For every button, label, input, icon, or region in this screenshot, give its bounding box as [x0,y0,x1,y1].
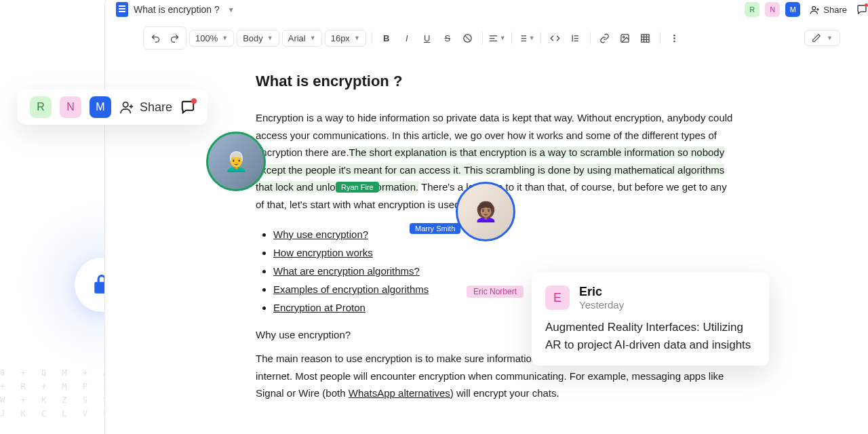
list-dropdown[interactable]: ▼ [517,29,535,47]
font-size-dropdown[interactable]: 16px▼ [325,30,366,47]
align-icon [488,33,498,43]
more-vertical-icon [669,33,679,43]
avatar-n[interactable]: N [60,96,81,118]
comment-author-name: Eric [579,285,624,299]
share-button[interactable]: Share [806,3,851,16]
redo-icon [170,33,180,43]
strikethrough-button[interactable]: S [439,29,456,47]
title-dropdown-caret[interactable]: ▼ [228,6,235,14]
table-icon [640,33,650,43]
avatar-m[interactable]: M [90,96,111,118]
notification-dot [865,3,868,7]
paragraph-style-dropdown[interactable]: Body▼ [237,30,279,47]
bold-button[interactable]: B [378,29,395,47]
svg-point-7 [674,37,676,39]
table-button[interactable] [637,29,654,47]
floating-collaboration-pill: R N M Share [18,90,208,125]
svg-rect-5 [642,34,649,41]
collaborator-photo-marry: 👩🏽‍🦱 [456,182,515,241]
clear-format-icon [462,33,473,43]
user-plus-icon [119,100,134,115]
comment-body-text: Augmented Reality Interfaces: Utilizing … [545,319,755,353]
zoom-dropdown[interactable]: 100%▼ [189,30,234,47]
toc-link[interactable]: How encryption works [273,243,736,262]
title-right-group: R N M Share [745,2,867,17]
avatar-r[interactable]: R [30,96,52,118]
avatar-small-m[interactable]: M [785,2,800,17]
comment-card[interactable]: E Eric Yesterday Augmented Reality Inter… [532,273,769,366]
code-button[interactable] [547,29,564,47]
more-button[interactable] [666,29,684,47]
editing-mode-dropdown[interactable]: ▼ [804,30,840,46]
title-left-group: What is encryption ? ▼ [116,2,235,17]
clear-formatting-button[interactable] [459,29,477,47]
svg-point-1 [812,6,816,9]
redo-button[interactable] [165,29,183,47]
user-plus-icon [810,5,820,15]
comments-button[interactable] [856,4,867,15]
link-button[interactable] [596,29,614,47]
align-dropdown[interactable]: ▼ [488,29,506,47]
cursor-tag-ryan: Ryan Fire [336,182,379,193]
document-title[interactable]: What is encryption ? [134,4,220,15]
italic-button[interactable]: I [398,29,416,47]
history-group [143,26,186,50]
link-icon [599,33,610,43]
comment-timestamp: Yesterday [579,299,624,311]
image-icon [620,33,630,43]
share-button-large[interactable]: Share [119,100,172,115]
avatar-small-n[interactable]: N [765,2,780,17]
page-heading: What is encryption ? [256,73,736,90]
avatar-small-r[interactable]: R [745,2,760,17]
undo-icon [151,33,161,43]
svg-point-0 [123,102,128,107]
underline-button[interactable]: U [418,29,436,47]
image-button[interactable] [616,29,634,47]
quote-icon [570,33,580,43]
inline-link[interactable]: WhatsApp alternatives [349,387,450,399]
undo-button[interactable] [146,29,164,47]
pencil-icon [812,33,821,43]
list-icon [517,33,528,43]
font-family-dropdown[interactable]: Arial▼ [282,30,322,47]
code-icon [550,33,560,43]
document-icon [116,2,128,17]
comments-button-large[interactable] [180,100,195,115]
cursor-tag-eric: Eric Norbert [467,285,524,298]
cursor-tag-marry: Marry Smith [410,223,460,234]
comment-avatar: E [545,285,570,310]
svg-point-4 [623,36,625,38]
titlebar: What is encryption ? ▼ R N M Share [105,0,868,22]
svg-point-8 [674,40,676,42]
collaborator-photo-ryan: 👨‍🦳 [206,132,266,191]
toolbar: 100%▼ Body▼ Arial▼ 16px▼ B I U S ▼ ▼ ▼ [105,22,868,54]
notification-dot [191,98,197,104]
svg-point-6 [674,34,676,36]
quote-button[interactable] [567,29,585,47]
